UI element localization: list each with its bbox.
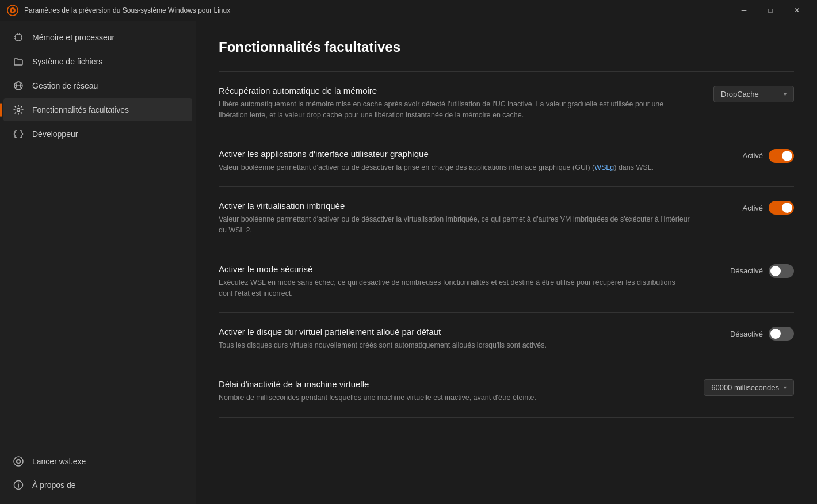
sidebar-item-label-launch: Lancer wsl.exe bbox=[32, 457, 86, 466]
svg-point-21 bbox=[18, 483, 19, 484]
dropdown-memory-recovery[interactable]: DropCache ▾ bbox=[713, 86, 794, 102]
sidebar-item-developer[interactable]: Développeur bbox=[3, 123, 192, 146]
info-icon bbox=[13, 479, 24, 491]
toggle-label-nested-virt: Activé bbox=[743, 204, 763, 212]
svg-point-2 bbox=[12, 9, 14, 12]
setting-memory-recovery: Récupération automatique de la mémoire L… bbox=[219, 71, 794, 135]
page-title: Fonctionnalités facultatives bbox=[219, 39, 794, 55]
setting-title-memory-recovery: Récupération automatique de la mémoire bbox=[219, 86, 690, 96]
setting-control-gui-apps: Activé bbox=[719, 149, 794, 163]
setting-title-vm-idle: Délai d'inactivité de la machine virtuel… bbox=[219, 379, 690, 389]
toggle-gui-apps[interactable] bbox=[769, 149, 794, 163]
sidebar-item-label-memory: Mémoire et processeur bbox=[32, 33, 114, 42]
sidebar-item-label-filesystem: Système de fichiers bbox=[32, 57, 102, 66]
setting-control-vm-idle: 60000 millisecondes ▾ bbox=[704, 379, 794, 396]
toggle-label-safe-mode: Désactivé bbox=[730, 266, 763, 275]
sidebar-item-label-about: À propos de bbox=[32, 480, 76, 490]
setting-desc-vm-idle: Nombre de millisecondes pendant lesquell… bbox=[219, 392, 690, 403]
minimize-button[interactable]: ─ bbox=[731, 0, 757, 21]
setting-text-gui-apps: Activer les applications d'interface uti… bbox=[219, 149, 690, 173]
setting-desc-gui-apps: Valeur booléenne permettant d'activer ou… bbox=[219, 162, 690, 173]
setting-text-sparse-vhd: Activer le disque dur virtuel partiellem… bbox=[219, 327, 690, 351]
chevron-down-icon-vm: ▾ bbox=[784, 384, 787, 391]
setting-text-memory-recovery: Récupération automatique de la mémoire L… bbox=[219, 86, 690, 121]
sidebar-item-launch[interactable]: Lancer wsl.exe bbox=[3, 450, 192, 473]
setting-control-safe-mode: Désactivé bbox=[719, 264, 794, 278]
sidebar-item-memory[interactable]: Mémoire et processeur bbox=[3, 26, 192, 49]
setting-title-sparse-vhd: Activer le disque dur virtuel partiellem… bbox=[219, 327, 690, 337]
setting-text-vm-idle: Délai d'inactivité de la machine virtuel… bbox=[219, 379, 690, 403]
setting-desc-sparse-vhd: Tous les disques durs virtuels nouvellem… bbox=[219, 340, 690, 351]
title-bar-text: Paramètres de la préversion du Sous-syst… bbox=[24, 6, 731, 14]
gear-icon bbox=[13, 104, 24, 116]
wsl-small-icon bbox=[13, 456, 24, 467]
setting-gui-apps: Activer les applications d'interface uti… bbox=[219, 135, 794, 187]
folder-icon bbox=[13, 56, 24, 67]
setting-desc-nested-virt: Valeur booléenne permettant d'activer ou… bbox=[219, 214, 690, 236]
network-icon bbox=[13, 80, 24, 91]
toggle-safe-mode[interactable] bbox=[769, 264, 794, 278]
dropdown-vm-idle[interactable]: 60000 millisecondes ▾ bbox=[704, 379, 794, 396]
title-bar-controls: ─ □ ✕ bbox=[731, 0, 810, 21]
sidebar-bottom: Lancer wsl.exe À propos de bbox=[0, 449, 196, 504]
setting-text-safe-mode: Activer le mode sécurisé Exécutez WSL en… bbox=[219, 264, 690, 299]
maximize-button[interactable]: □ bbox=[757, 0, 784, 21]
toggle-sparse-vhd[interactable] bbox=[769, 327, 794, 341]
sidebar-item-optional[interactable]: Fonctionnalités facultatives bbox=[3, 98, 192, 121]
setting-sparse-vhd: Activer le disque dur virtuel partiellem… bbox=[219, 312, 794, 365]
setting-title-safe-mode: Activer le mode sécurisé bbox=[219, 264, 690, 274]
sidebar-item-network[interactable]: Gestion de réseau bbox=[3, 74, 192, 97]
toggle-label-sparse-vhd: Désactivé bbox=[730, 330, 763, 338]
setting-vm-idle: Délai d'inactivité de la machine virtuel… bbox=[219, 365, 794, 418]
title-bar: Paramètres de la préversion du Sous-syst… bbox=[0, 0, 817, 21]
chip-icon bbox=[13, 32, 24, 43]
wslg-link[interactable]: WSLg bbox=[594, 163, 614, 171]
setting-control-nested-virt: Activé bbox=[719, 201, 794, 215]
setting-control-sparse-vhd: Désactivé bbox=[719, 327, 794, 341]
braces-icon bbox=[13, 128, 24, 140]
setting-nested-virt: Activer la virtualisation imbriquée Vale… bbox=[219, 186, 794, 250]
toggle-nested-virt[interactable] bbox=[769, 201, 794, 215]
sidebar-item-label-network: Gestion de réseau bbox=[32, 81, 98, 90]
sidebar-item-about[interactable]: À propos de bbox=[3, 474, 192, 497]
setting-control-memory-recovery: DropCache ▾ bbox=[713, 86, 794, 102]
setting-title-nested-virt: Activer la virtualisation imbriquée bbox=[219, 201, 690, 211]
sidebar-item-filesystem[interactable]: Système de fichiers bbox=[3, 50, 192, 73]
sidebar-item-label-developer: Développeur bbox=[32, 129, 78, 139]
app-icon bbox=[7, 5, 18, 16]
close-button[interactable]: ✕ bbox=[784, 0, 810, 21]
svg-rect-3 bbox=[16, 35, 21, 40]
setting-desc-memory-recovery: Libère automatiquement la mémoire mise e… bbox=[219, 99, 690, 121]
main-content: Fonctionnalités facultatives Récupératio… bbox=[196, 21, 817, 504]
setting-desc-safe-mode: Exécutez WSL en mode sans échec, ce qui … bbox=[219, 277, 690, 299]
sidebar: Mémoire et processeur Système de fichier… bbox=[0, 21, 196, 504]
app-body: Mémoire et processeur Système de fichier… bbox=[0, 21, 817, 504]
svg-point-15 bbox=[17, 109, 20, 112]
svg-point-18 bbox=[17, 460, 20, 463]
toggle-label-gui-apps: Activé bbox=[743, 151, 763, 160]
sidebar-item-label-optional: Fonctionnalités facultatives bbox=[32, 105, 129, 114]
setting-safe-mode: Activer le mode sécurisé Exécutez WSL en… bbox=[219, 250, 794, 313]
chevron-down-icon: ▾ bbox=[784, 91, 787, 97]
setting-title-gui-apps: Activer les applications d'interface uti… bbox=[219, 149, 690, 159]
setting-text-nested-virt: Activer la virtualisation imbriquée Vale… bbox=[219, 201, 690, 236]
